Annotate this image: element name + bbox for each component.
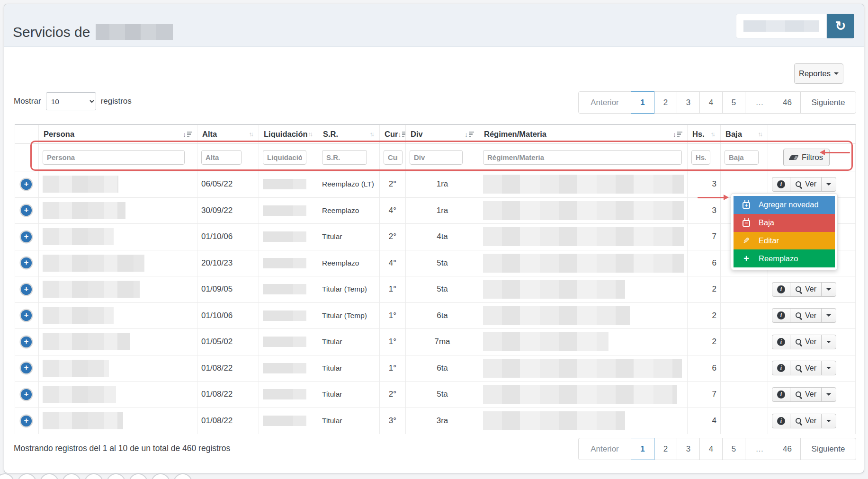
liquidacion-redacted bbox=[263, 363, 306, 373]
alta-filter-input[interactable] bbox=[201, 150, 242, 165]
refresh-button[interactable] bbox=[827, 14, 854, 38]
info-icon bbox=[777, 285, 785, 293]
pagination-page-2[interactable]: 2 bbox=[654, 91, 677, 114]
clear-filters-button[interactable]: Filtros bbox=[783, 149, 830, 166]
column-header-sr[interactable]: S.R. bbox=[318, 125, 380, 144]
sort-both-icon[interactable] bbox=[370, 131, 375, 138]
pagination-page-3[interactable]: 3 bbox=[677, 438, 700, 460]
ver-button[interactable]: Ver bbox=[790, 308, 822, 323]
menu-item-baja[interactable]: Baja bbox=[734, 214, 835, 232]
ver-label: Ver bbox=[805, 285, 816, 293]
persona-redacted bbox=[43, 412, 123, 429]
column-header-div[interactable]: Div bbox=[406, 125, 479, 144]
row-actions: Ver bbox=[772, 361, 836, 375]
info-button[interactable] bbox=[772, 282, 790, 297]
regimen-filter-input[interactable] bbox=[483, 150, 682, 165]
div-filter-input[interactable] bbox=[410, 150, 463, 165]
person-search-input[interactable] bbox=[736, 14, 827, 38]
pagination-next[interactable]: Siguiente bbox=[800, 438, 856, 460]
sort-both-icon[interactable] bbox=[711, 131, 716, 138]
baja-filter-input[interactable] bbox=[725, 150, 759, 165]
cur-filter-input[interactable] bbox=[384, 150, 403, 165]
hs-filter-input[interactable] bbox=[691, 150, 710, 165]
ver-button[interactable]: Ver bbox=[790, 361, 822, 375]
persona-filter-input[interactable] bbox=[43, 150, 185, 165]
column-label: Alta bbox=[202, 130, 217, 139]
sort-both-icon[interactable] bbox=[758, 131, 763, 138]
cell-cur: 2° bbox=[380, 381, 406, 408]
sort-amount-icon[interactable] bbox=[673, 131, 682, 138]
column-header-cur[interactable]: Cur bbox=[380, 125, 406, 144]
cell-hs: 2 bbox=[688, 302, 721, 329]
sort-amount-icon[interactable] bbox=[183, 131, 192, 138]
sort-both-icon[interactable] bbox=[249, 131, 254, 138]
row-dropdown-toggle[interactable] bbox=[821, 335, 836, 349]
pagination-page-2[interactable]: 2 bbox=[654, 438, 677, 460]
expand-row-button[interactable] bbox=[21, 310, 32, 321]
row-dropdown-toggle[interactable] bbox=[821, 361, 836, 375]
plus-icon bbox=[743, 254, 749, 263]
info-button[interactable] bbox=[772, 177, 790, 192]
row-dropdown-toggle[interactable] bbox=[821, 387, 836, 402]
reportes-dropdown-button[interactable]: Reportes bbox=[794, 63, 843, 84]
filter-cell-div bbox=[406, 144, 479, 171]
pagination-page-4[interactable]: 4 bbox=[699, 438, 723, 460]
expand-row-button[interactable] bbox=[21, 416, 32, 426]
table-row: 30/09/22 Reemplazo 4° 1ra 3 bbox=[15, 197, 856, 224]
column-header-alta[interactable]: Alta bbox=[197, 125, 259, 144]
pagination-page-1[interactable]: 1 bbox=[631, 91, 654, 114]
expand-row-button[interactable] bbox=[21, 205, 32, 216]
page-length-select[interactable]: 10 bbox=[46, 92, 96, 110]
info-button[interactable] bbox=[772, 414, 790, 428]
expand-row-button[interactable] bbox=[21, 337, 32, 347]
sort-amount-icon[interactable] bbox=[465, 131, 474, 138]
ver-button[interactable]: Ver bbox=[790, 414, 822, 428]
pagination-page-5[interactable]: 5 bbox=[722, 438, 745, 460]
info-button[interactable] bbox=[772, 387, 790, 402]
info-button[interactable] bbox=[772, 361, 790, 375]
pagination-page-3[interactable]: 3 bbox=[677, 91, 700, 114]
pagination-previous[interactable]: Anterior bbox=[578, 438, 631, 460]
sort-amount-icon[interactable] bbox=[398, 131, 405, 138]
cell-hs: 3 bbox=[688, 197, 721, 224]
info-button[interactable] bbox=[772, 335, 790, 349]
cell-alta: 30/09/22 bbox=[197, 197, 259, 224]
filter-cell-cur bbox=[380, 144, 406, 171]
ver-button[interactable]: Ver bbox=[790, 177, 822, 192]
expand-row-button[interactable] bbox=[21, 231, 32, 242]
sr-filter-input[interactable] bbox=[322, 150, 367, 165]
pagination-page-46[interactable]: 46 bbox=[774, 438, 801, 460]
info-button[interactable] bbox=[772, 308, 790, 323]
row-dropdown-toggle[interactable] bbox=[821, 414, 836, 428]
expand-row-button[interactable] bbox=[21, 179, 32, 190]
ver-button[interactable]: Ver bbox=[790, 335, 822, 349]
expand-row-button[interactable] bbox=[21, 363, 32, 373]
pagination-page-46[interactable]: 46 bbox=[774, 91, 801, 114]
pagination-next[interactable]: Siguiente bbox=[800, 91, 856, 114]
liquidacion-filter-input[interactable] bbox=[263, 150, 306, 165]
expand-row-button[interactable] bbox=[21, 389, 32, 400]
expand-row-button[interactable] bbox=[21, 284, 32, 295]
column-header-regimen[interactable]: Régimen/Materia bbox=[479, 125, 688, 144]
pagination-page-5[interactable]: 5 bbox=[722, 91, 745, 114]
menu-item-editar[interactable]: Editar bbox=[734, 232, 835, 250]
column-header-liquidacion[interactable]: Liquidación bbox=[259, 125, 318, 144]
row-dropdown-toggle[interactable] bbox=[821, 177, 836, 192]
table-row: 01/08/22 Titular 3° 3ra 4 Ver bbox=[15, 408, 856, 434]
row-dropdown-toggle[interactable] bbox=[821, 282, 836, 297]
column-header-persona[interactable]: Persona bbox=[39, 125, 197, 144]
ver-button[interactable]: Ver bbox=[790, 282, 822, 297]
row-dropdown-toggle[interactable] bbox=[821, 308, 836, 323]
sort-both-icon[interactable] bbox=[308, 131, 313, 138]
menu-item-agregar-novedad[interactable]: Agregar novedad bbox=[734, 196, 835, 214]
menu-item-reemplazo[interactable]: Reemplazo bbox=[734, 249, 835, 267]
column-header-hs[interactable]: Hs. bbox=[688, 125, 721, 144]
pagination-previous[interactable]: Anterior bbox=[578, 91, 631, 114]
pagination-page-4[interactable]: 4 bbox=[699, 91, 723, 114]
cell-sr: Titular bbox=[318, 224, 380, 250]
ver-button[interactable]: Ver bbox=[790, 387, 822, 402]
expand-row-button[interactable] bbox=[21, 257, 32, 268]
page-title-text: Servicios de bbox=[13, 24, 90, 40]
pagination-page-1[interactable]: 1 bbox=[631, 438, 654, 460]
column-header-baja[interactable]: Baja bbox=[721, 125, 768, 144]
